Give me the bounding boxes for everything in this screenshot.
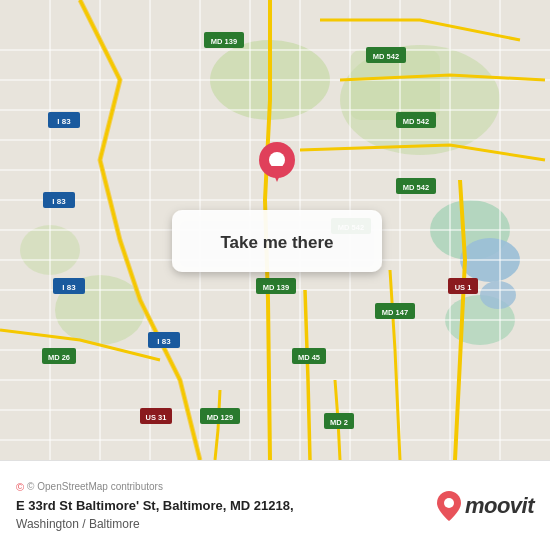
address-block: © © OpenStreetMap contributors E 33rd St…	[16, 481, 437, 531]
svg-text:MD 45: MD 45	[298, 353, 320, 362]
svg-text:I 83: I 83	[57, 117, 71, 126]
address-text: E 33rd St Baltimore' St, Baltimore, MD 2…	[16, 498, 437, 513]
copyright-line: © © OpenStreetMap contributors	[16, 481, 437, 493]
app: I 83 I 83 I 83 I 83 MD 139 MD 139 MD 542…	[0, 0, 550, 550]
moovit-pin-icon	[437, 491, 461, 521]
svg-text:MD 542: MD 542	[403, 117, 429, 126]
region-text: Washington / Baltimore	[16, 517, 437, 531]
svg-text:I 83: I 83	[52, 197, 66, 206]
svg-text:MD 139: MD 139	[263, 283, 289, 292]
info-bar: © © OpenStreetMap contributors E 33rd St…	[0, 460, 550, 550]
svg-point-69	[269, 152, 285, 168]
svg-text:MD 129: MD 129	[207, 413, 233, 422]
svg-text:MD 542: MD 542	[373, 52, 399, 61]
copyright-icon: ©	[16, 481, 24, 493]
svg-text:MD 26: MD 26	[48, 353, 70, 362]
svg-text:US 31: US 31	[146, 413, 167, 422]
svg-point-9	[480, 281, 516, 309]
svg-point-71	[444, 498, 454, 508]
svg-text:I 83: I 83	[62, 283, 76, 292]
svg-text:MD 542: MD 542	[403, 183, 429, 192]
copyright-text: © OpenStreetMap contributors	[27, 481, 163, 492]
map-container: I 83 I 83 I 83 I 83 MD 139 MD 139 MD 542…	[0, 0, 550, 460]
svg-text:US 1: US 1	[455, 283, 472, 292]
moovit-logo: moovit	[437, 491, 534, 521]
svg-text:MD 139: MD 139	[211, 37, 237, 46]
moovit-text: moovit	[465, 493, 534, 519]
svg-text:I 83: I 83	[157, 337, 171, 346]
svg-text:MD 147: MD 147	[382, 308, 408, 317]
take-me-there-button[interactable]	[172, 210, 382, 272]
svg-text:MD 2: MD 2	[330, 418, 348, 427]
